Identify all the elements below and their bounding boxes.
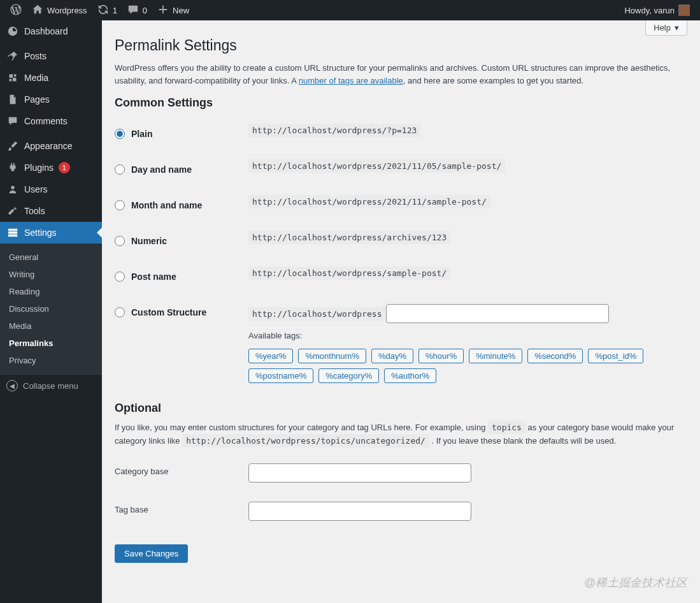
optional-heading: Optional [115, 402, 687, 415]
sidebar-item-media[interactable]: Media [0, 67, 102, 89]
tag-button[interactable]: %monthnum% [298, 349, 366, 363]
option-label: Custom Structure [131, 307, 206, 317]
collapse-icon: ◄ [6, 380, 18, 391]
option-month-name[interactable]: Month and name [115, 200, 236, 210]
sidebar-item-comments[interactable]: Comments [0, 110, 102, 132]
sidebar-item-posts[interactable]: Posts [0, 45, 102, 67]
radio-day-name[interactable] [115, 164, 125, 175]
optional-code-url: http://localhost/wordpress/topics/uncate… [182, 434, 429, 447]
wordpress-icon [10, 4, 22, 17]
tag-button[interactable]: %hour% [418, 349, 464, 363]
help-button[interactable]: Help▾ [645, 20, 687, 36]
sidebar-item-label: Dashboard [24, 26, 68, 36]
new-content-link[interactable]: New [152, 0, 194, 20]
submenu-item-discussion[interactable]: Discussion [0, 300, 102, 317]
sidebar-item-label: Appearance [24, 141, 73, 151]
tag-base-input[interactable] [248, 502, 471, 521]
tag-base-label: Tag base [115, 492, 242, 530]
option-label: Month and name [131, 200, 202, 210]
radio-plain[interactable] [115, 129, 125, 139]
radio-post-name[interactable] [115, 272, 125, 282]
option-label: Plain [131, 129, 152, 139]
home-icon [32, 4, 43, 17]
tag-button[interactable]: %minute% [469, 349, 522, 363]
collapse-menu[interactable]: ◄Collapse menu [0, 374, 102, 396]
submenu-item-reading[interactable]: Reading [0, 283, 102, 300]
tools-icon [6, 205, 19, 217]
option-example: http://localhost/wordpress/sample-post/ [248, 266, 450, 280]
submenu-item-privacy[interactable]: Privacy [0, 352, 102, 369]
sidebar-item-label: Plugins [24, 163, 54, 173]
option-example: http://localhost/wordpress/2021/11/sampl… [248, 195, 490, 208]
pin-icon [6, 50, 19, 62]
option-example: http://localhost/wordpress/?p=123 [248, 124, 420, 137]
site-name: Wordpress [47, 6, 87, 15]
tag-button[interactable]: %second% [527, 349, 583, 363]
custom-structure-input[interactable] [386, 304, 609, 323]
tag-button[interactable]: %author% [384, 368, 436, 383]
save-button[interactable]: Save Changes [115, 544, 188, 563]
sidebar-item-settings[interactable]: Settings [0, 222, 102, 243]
submenu-item-media[interactable]: Media [0, 317, 102, 335]
tag-button[interactable]: %postname% [248, 368, 313, 383]
updates-count: 1 [113, 6, 117, 15]
new-label: New [173, 6, 189, 15]
sidebar-item-label: Comments [24, 116, 68, 126]
category-base-input[interactable] [248, 463, 471, 483]
sidebar-item-dashboard[interactable]: Dashboard [0, 20, 102, 42]
collapse-label: Collapse menu [23, 381, 78, 391]
sidebar-item-plugins[interactable]: Plugins1 [0, 157, 102, 178]
dashboard-icon [6, 25, 19, 37]
option-post-name[interactable]: Post name [115, 272, 236, 282]
chevron-down-icon: ▾ [675, 23, 679, 33]
option-label: Day and name [131, 164, 192, 175]
available-tags-label: Available tags: [248, 330, 681, 342]
account-link[interactable]: Howdy, varun [619, 0, 695, 20]
tag-button[interactable]: %year% [248, 349, 293, 363]
common-settings-heading: Common Settings [115, 96, 687, 110]
comments-link[interactable]: 0 [122, 0, 152, 20]
tag-button[interactable]: %post_id% [588, 349, 643, 363]
optional-text: If you like, you may enter custom struct… [115, 421, 687, 447]
sidebar-item-tools[interactable]: Tools [0, 200, 102, 222]
sidebar-item-label: Settings [24, 228, 57, 238]
sidebar-item-appearance[interactable]: Appearance [0, 135, 102, 157]
option-numeric[interactable]: Numeric [115, 236, 236, 246]
sidebar-item-label: Tools [24, 206, 45, 216]
option-custom[interactable]: Custom Structure [115, 307, 236, 317]
media-icon [6, 72, 19, 84]
updates-link[interactable]: 1 [92, 0, 122, 20]
intro-text: WordPress offers you the ability to crea… [115, 62, 687, 87]
radio-numeric[interactable] [115, 236, 125, 246]
option-day-name[interactable]: Day and name [115, 164, 236, 175]
sidebar-item-label: Media [24, 73, 48, 83]
site-link[interactable]: Wordpress [27, 0, 92, 20]
sidebar-item-pages[interactable]: Pages [0, 89, 102, 110]
settings-icon [6, 227, 19, 238]
help-label: Help [654, 23, 671, 33]
radio-custom[interactable] [115, 307, 125, 317]
sidebar-item-label: Users [24, 184, 48, 194]
custom-prefix: http://localhost/wordpress [248, 307, 386, 321]
brush-icon [6, 140, 19, 152]
submenu-item-general[interactable]: General [0, 249, 102, 266]
option-plain[interactable]: Plain [115, 129, 236, 139]
sidebar-item-users[interactable]: Users [0, 178, 102, 200]
wp-logo[interactable] [5, 0, 27, 20]
pages-icon [6, 94, 19, 105]
page-title: Permalink Settings [115, 37, 687, 54]
users-icon [6, 184, 19, 195]
optional-code-topics: topics [488, 421, 525, 434]
howdy-text: Howdy, varun [624, 6, 675, 15]
comment-icon [127, 4, 139, 17]
tag-button[interactable]: %category% [318, 368, 379, 383]
tag-button[interactable]: %day% [371, 349, 413, 363]
radio-month-name[interactable] [115, 200, 125, 210]
pending-comments-count: 0 [143, 6, 147, 15]
option-label: Post name [131, 272, 176, 282]
tags-link[interactable]: number of tags are available [299, 76, 403, 85]
option-label: Numeric [131, 236, 167, 246]
submenu-item-permalinks[interactable]: Permalinks [0, 335, 102, 352]
plugin-icon [6, 162, 19, 173]
submenu-item-writing[interactable]: Writing [0, 266, 102, 283]
